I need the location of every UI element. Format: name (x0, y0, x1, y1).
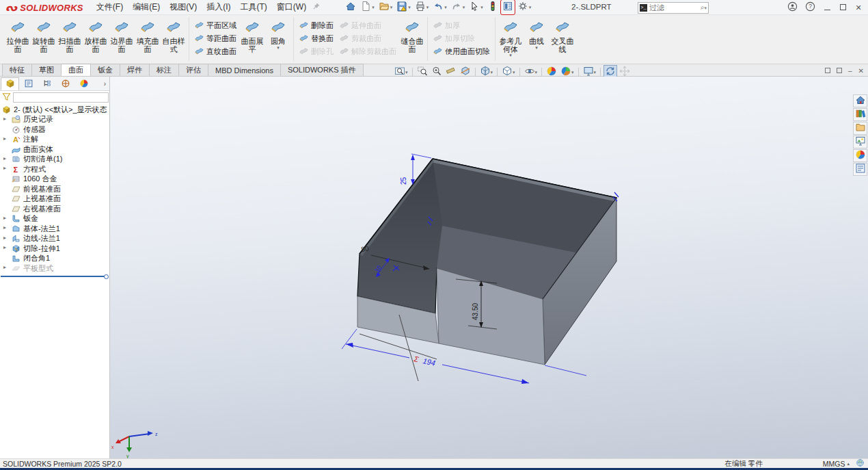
expand-arrow-icon[interactable]: ▸ (3, 235, 6, 241)
tree-filter-input[interactable] (13, 92, 109, 103)
ribbon-button-边界曲面[interactable]: 边界曲面 (109, 17, 135, 53)
expand-arrow-icon[interactable]: ▸ (3, 264, 6, 270)
dropdown-caret-icon[interactable]: ▾ (444, 5, 447, 10)
tab-焊件[interactable]: 焊件 (120, 64, 150, 76)
dropdown-caret-icon[interactable]: ▾ (277, 46, 280, 50)
panel-tab-configurationmanager[interactable] (38, 77, 56, 90)
pane-display-button[interactable] (501, 0, 515, 14)
ribbon-button-参考几何体[interactable]: 参考几何体▾ (498, 17, 524, 57)
sheet-metal-part[interactable] (357, 159, 616, 365)
graphics-viewport[interactable]: 25 80 10 (110, 77, 868, 458)
unit-system-selector[interactable]: MMGS▴ (823, 460, 850, 468)
ribbon-button-曲面展平[interactable]: 曲面展平 (239, 17, 265, 53)
tab-草图[interactable]: 草图 (31, 64, 62, 76)
dropdown-caret-icon[interactable]: ▾ (491, 70, 493, 75)
tree-item-平板型式[interactable]: ▸平板型式 (0, 263, 109, 274)
expand-arrow-icon[interactable]: ▸ (3, 215, 6, 221)
dropdown-caret-icon[interactable]: ▾ (372, 5, 375, 10)
search-box[interactable]: >_ ⌕▾ (638, 2, 709, 14)
tab-特征[interactable]: 特征 (2, 64, 32, 76)
menu-item-1[interactable]: 编辑(E) (128, 0, 165, 14)
dropdown-caret-icon[interactable]: ▾ (509, 53, 512, 57)
tab-评估[interactable]: 评估 (178, 64, 208, 76)
dropdown-caret-icon[interactable]: ▾ (594, 70, 597, 75)
expand-arrow-icon[interactable]: ▸ (3, 116, 6, 122)
tree-item-切割清单(1)[interactable]: ▸切割清单(1) (0, 155, 109, 165)
doc-minimize-icon[interactable]: – (848, 67, 852, 75)
tree-item-上视基准面[interactable]: 上视基准面 (0, 194, 109, 205)
ribbon-button-替换面[interactable]: 替换面 (296, 32, 336, 45)
minimize-button[interactable] (823, 3, 831, 12)
appearances-scenes-tab[interactable] (853, 149, 867, 162)
dropdown-caret-icon[interactable]: ▾ (390, 5, 393, 10)
tree-item-历史记录[interactable]: ▸历史记录 (0, 115, 109, 125)
ribbon-button-旋转曲面[interactable]: 旋转曲面 (31, 17, 57, 53)
restore-button[interactable] (839, 3, 847, 12)
tree-item-基体-法兰1[interactable]: ▸基体-法兰1 (0, 224, 109, 234)
ribbon-button-使用曲面切除[interactable]: 使用曲面切除 (430, 45, 493, 58)
dropdown-caret-icon[interactable]: ▾ (535, 46, 538, 50)
dropdown-caret-icon[interactable]: ▾ (480, 5, 483, 10)
search-input[interactable] (647, 3, 701, 12)
custom-properties-tab[interactable] (853, 163, 867, 176)
panel-tab-displaymanager[interactable] (74, 77, 93, 90)
tree-item-方程式[interactable]: ▸Σ方程式 (0, 164, 109, 174)
expand-arrow-icon[interactable]: ▸ (3, 135, 6, 142)
ribbon-button-等距曲面[interactable]: 等距曲面 (191, 32, 239, 45)
expand-arrow-icon[interactable]: ▸ (3, 165, 6, 171)
dropdown-caret-icon[interactable]: ▾ (513, 70, 515, 75)
dropdown-caret-icon[interactable]: ▾ (408, 5, 411, 10)
tree-item-右视基准面[interactable]: 右视基准面 (0, 204, 109, 214)
home-button[interactable] (344, 0, 357, 14)
expand-arrow-icon[interactable]: ▸ (3, 155, 6, 161)
dropdown-caret-icon[interactable]: ▾ (529, 5, 532, 10)
tab-SOLIDWORKS 插件[interactable]: SOLIDWORKS 插件 (280, 64, 364, 76)
ribbon-button-交叉曲线[interactable]: 交叉曲线 (550, 17, 575, 53)
account-icon[interactable] (787, 1, 798, 14)
design-library-tab[interactable] (853, 108, 867, 121)
menu-item-0[interactable]: 文件(F) (92, 0, 128, 14)
expand-arrow-icon[interactable]: ▸ (3, 224, 6, 231)
tree-root[interactable]: 2- (默认) <<默认>_显示状态 1> (0, 105, 109, 115)
doc-restore-icon[interactable] (825, 66, 830, 75)
dropdown-caret-icon[interactable]: ▾ (571, 70, 574, 75)
tree-item-传感器[interactable]: 传感器 (0, 125, 109, 135)
tree-item-1060 合金[interactable]: 1060 合金 (0, 174, 109, 185)
options-gear-button[interactable]: ▾ (516, 0, 533, 14)
panel-tab-propertymanager[interactable] (19, 77, 38, 90)
tab-钣金[interactable]: 钣金 (90, 64, 120, 76)
dropdown-caret-icon[interactable]: ▾ (426, 5, 429, 10)
save-button[interactable]: ▾ (395, 0, 412, 14)
new-document-button[interactable]: ▾ (359, 0, 376, 14)
ribbon-button-放样曲面[interactable]: 放样曲面 (83, 17, 109, 53)
close-button[interactable]: ✕ (854, 3, 863, 12)
ribbon-button-填充曲面[interactable]: 填充曲面 (135, 17, 161, 53)
ribbon-button-平面区域[interactable]: 平面区域 (191, 19, 239, 32)
connectivity-globe-icon[interactable] (856, 459, 864, 468)
file-explorer-tab[interactable] (853, 122, 867, 135)
panel-expand-chevron[interactable]: › (101, 80, 109, 88)
undo-button[interactable]: ▾ (431, 0, 448, 14)
tree-item-切除-拉伸1[interactable]: ▸切除-拉伸1 (0, 244, 109, 254)
panel-tab-featuremanager[interactable] (1, 77, 19, 90)
help-icon[interactable]: ? (805, 1, 815, 14)
tab-曲面[interactable]: 曲面 (61, 64, 91, 76)
dropdown-caret-icon[interactable]: ▾ (463, 5, 465, 10)
menu-item-5[interactable]: 窗口(W) (272, 0, 311, 14)
ribbon-button-曲线[interactable]: 曲线▾ (524, 17, 550, 50)
ribbon-button-拉伸曲面[interactable]: 拉伸曲面 (5, 17, 31, 53)
ribbon-button-自由样式[interactable]: 自由样式 (161, 17, 187, 53)
solidworks-resources-tab[interactable] (853, 94, 867, 107)
ribbon-button-直纹曲面[interactable]: 直纹曲面 (191, 45, 239, 58)
tree-item-闭合角1[interactable]: 闭合角1 (0, 254, 109, 264)
performance-button[interactable] (486, 0, 500, 14)
ribbon-button-缝合曲面[interactable]: 缝合曲面 (399, 17, 425, 53)
tree-item-钣金[interactable]: ▸钣金 (0, 214, 109, 224)
open-button[interactable]: ▾ (377, 0, 394, 14)
select-button[interactable]: ▾ (467, 0, 485, 14)
dropdown-caret-icon[interactable]: ▾ (535, 70, 538, 75)
tree-item-曲面实体[interactable]: 曲面实体 (0, 144, 109, 155)
panel-tab-dimxpertmanager[interactable] (56, 77, 74, 90)
doc-close-icon[interactable]: ✕ (858, 67, 864, 75)
ribbon-button-扫描曲面[interactable]: 扫描曲面 (57, 17, 83, 53)
